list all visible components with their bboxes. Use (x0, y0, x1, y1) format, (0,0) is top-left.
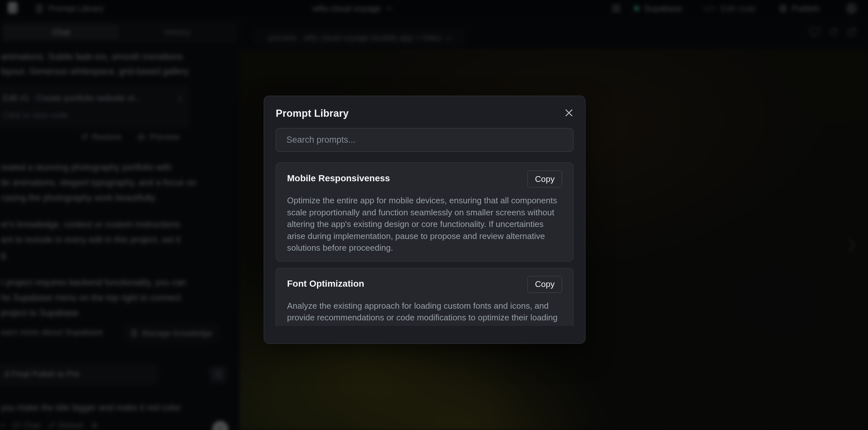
search-input[interactable] (276, 128, 574, 152)
copy-button[interactable]: Copy (527, 276, 562, 293)
prompt-description: Optimize the entire app for mobile devic… (287, 194, 562, 254)
prompt-list: Mobile Responsiveness Copy Optimize the … (276, 162, 574, 326)
prompt-library-modal: Prompt Library Mobile Responsiveness Cop… (264, 96, 586, 344)
close-icon (565, 109, 573, 117)
close-button[interactable] (562, 106, 576, 119)
prompt-card: Mobile Responsiveness Copy Optimize the … (276, 162, 574, 262)
prompt-title: Font Optimization (287, 276, 364, 289)
prompt-card: Font Optimization Copy Analyze the exist… (276, 268, 574, 326)
prompt-description: Analyze the existing approach for loadin… (287, 300, 562, 326)
modal-title: Prompt Library (276, 108, 349, 119)
copy-button[interactable]: Copy (527, 171, 562, 187)
prompt-title: Mobile Responsiveness (287, 171, 390, 184)
